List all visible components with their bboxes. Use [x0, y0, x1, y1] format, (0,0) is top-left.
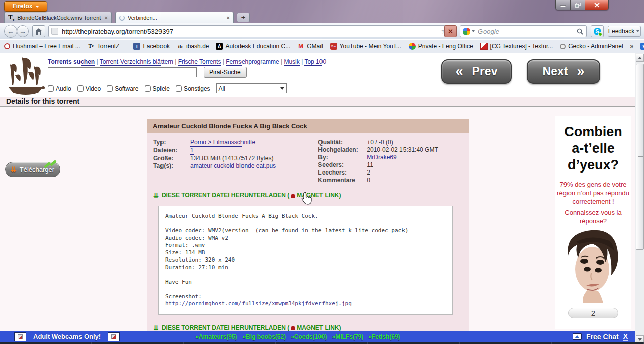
- free-chat-label[interactable]: Free Chat: [586, 333, 619, 341]
- pirat-suche-button[interactable]: Pirat-Suche: [204, 67, 247, 78]
- stop-button[interactable]: ✕: [444, 25, 457, 37]
- bookmark-hushmail[interactable]: Hushmail – Free Email ...: [4, 43, 80, 50]
- free-chat-widget[interactable]: Free Chat X: [573, 332, 635, 341]
- description-text: Amateur Cuckold Blonde Fucks A Big Black…: [165, 213, 408, 300]
- free-chat-close-button[interactable]: X: [623, 332, 628, 341]
- bookmark-label: Hushmail – Free Email ...: [13, 43, 80, 50]
- bookmark-gmail[interactable]: MGMail: [297, 43, 323, 50]
- chevron-down-icon[interactable]: [472, 30, 475, 32]
- forward-button[interactable]: →: [17, 25, 29, 37]
- detail-row-by: By:MrDrake69: [318, 154, 463, 161]
- web-search-box[interactable]: Google: [460, 25, 587, 37]
- label-video: Video: [86, 85, 101, 92]
- bottom-ad-bar[interactable]: Adult Webcams Only! »Amateurs(95) »Big b…: [0, 331, 635, 342]
- new-tab-button[interactable]: +: [237, 13, 250, 22]
- checkbox-video[interactable]: [77, 85, 84, 92]
- bookmark-torrentz[interactable]: TzTorrentZ: [88, 43, 120, 50]
- home-button[interactable]: [32, 25, 45, 37]
- chevron-right-icon: »: [577, 65, 584, 78]
- close-button[interactable]: [585, 0, 608, 10]
- bookmark-cgtextures[interactable]: [CG Textures] - Textur...: [480, 43, 553, 50]
- detail-row-groesse: Größe:134.83 MiB (141375172 Bytes): [153, 155, 318, 162]
- next-label: Next: [543, 65, 568, 78]
- bookmarks-overflow-button[interactable]: »: [630, 43, 634, 50]
- page-favicon-icon: [51, 28, 58, 35]
- tab-label: BlondeGirlBlackCock.wmv Torrent D...: [17, 15, 101, 21]
- feedback-button[interactable]: Feedback: [608, 26, 641, 37]
- checkbox-sonstiges[interactable]: [176, 85, 182, 92]
- bookmark-gecko[interactable]: Gecko - AdminPanel: [560, 43, 623, 50]
- uploader-link[interactable]: MrDrake69: [367, 154, 396, 161]
- download-torrent-link-top[interactable]: ⇊ DIESE TORRENT DATEI HERUNTERLADEN ( MA…: [153, 192, 463, 199]
- tab-active-verbinden[interactable]: Verbinden... ×: [115, 12, 234, 23]
- chevron-down-icon: [280, 87, 284, 90]
- nav-verzeichnis[interactable]: Torrent-Verzeichnis blättern: [100, 58, 173, 66]
- bookmark-ibash[interactable]: ibibash.de: [177, 43, 209, 50]
- link-milfs[interactable]: »MILFs(79): [332, 333, 364, 340]
- scrollbar-thumb[interactable]: [636, 64, 644, 250]
- bookmark-fengoffice[interactable]: Private - Feng Office: [409, 43, 473, 50]
- tab-close-icon[interactable]: ×: [227, 15, 230, 21]
- nav-torrents-suchen[interactable]: Torrents suchen: [48, 58, 95, 66]
- url-bar[interactable]: ☆: [48, 25, 456, 37]
- search-placeholder: Google: [478, 28, 575, 35]
- nav-separator: |: [96, 58, 98, 65]
- firefox-menu-button[interactable]: Firefox: [4, 1, 47, 12]
- back-button[interactable]: ←: [4, 25, 17, 38]
- screenshot-link[interactable]: http://pornimghost.com/fullsize/xmwpm34p…: [165, 300, 352, 307]
- torrent-details-body: Typ:Porno > Filmausschnitte Dateien:1 Gr…: [147, 133, 469, 340]
- download-link-text[interactable]: DIESE TORRENT DATEI HERUNTERLADEN (: [162, 192, 289, 199]
- checkbox-audio[interactable]: [48, 85, 54, 92]
- minimize-button[interactable]: [556, 0, 571, 10]
- skype-icon: S: [594, 28, 601, 35]
- detail-value: 2: [367, 169, 442, 177]
- skype-button[interactable]: S: [591, 25, 604, 37]
- loading-spinner-icon: [119, 15, 125, 21]
- telecharger-button[interactable]: ⇊ Télécharger: [5, 162, 60, 177]
- link-coeds[interactable]: »Coeds(100): [291, 333, 327, 340]
- tab-torrentz[interactable]: Tz BlondeGirlBlackCock.wmv Torrent D... …: [4, 12, 112, 23]
- bookmark-facebook[interactable]: fFacebook: [133, 43, 170, 50]
- detail-row-seeders: Seeders:11: [318, 161, 463, 169]
- category-link[interactable]: Porno > Filmausschnitte: [190, 139, 255, 147]
- facebook-icon: f: [133, 43, 140, 50]
- category-select[interactable]: All: [216, 83, 287, 93]
- link-bigboobs[interactable]: »Big boobs(52): [243, 333, 286, 340]
- sidebar-ad[interactable]: Combien a-t’elle d’yeux? 79% des gens de…: [555, 116, 631, 329]
- bookmark-autodesk[interactable]: AAutodesk Education C...: [216, 43, 290, 50]
- prev-button[interactable]: « Prev: [441, 59, 512, 84]
- firefox-menu-label: Firefox: [12, 3, 32, 10]
- ad-answer-button[interactable]: 2: [568, 308, 618, 318]
- torrent-search-input[interactable]: [48, 67, 197, 77]
- tags-link[interactable]: amateur cuckold blonde eat.pus: [190, 162, 276, 170]
- detail-row-qualitaet: Qualität:+0 / -0 (0): [318, 139, 463, 146]
- nav-top100[interactable]: Top 100: [304, 58, 326, 66]
- magnet-icon: [291, 194, 295, 198]
- nav-fernsehprogramme[interactable]: Fernsehprogramme: [226, 58, 279, 66]
- gecko-icon: [560, 44, 566, 49]
- detail-label: Dateien:: [153, 147, 190, 155]
- category-select-value: All: [219, 85, 225, 92]
- search-icon[interactable]: [577, 28, 583, 35]
- link-amateurs[interactable]: »Amateurs(95): [195, 333, 237, 340]
- url-input[interactable]: [62, 28, 441, 35]
- restore-button[interactable]: [571, 0, 585, 10]
- bookmark-label: Facebook: [143, 43, 170, 50]
- download-arrows-icon: ⇊: [153, 325, 159, 331]
- next-button[interactable]: Next »: [527, 59, 600, 84]
- tab-close-icon[interactable]: ×: [105, 15, 108, 21]
- checkbox-spiele[interactable]: [145, 85, 151, 92]
- nav-frische-torrents[interactable]: Frische Torrents: [178, 58, 221, 66]
- magnet-link-text[interactable]: MAGNET LINK): [297, 192, 341, 199]
- link-fetish[interactable]: »Fetish(69): [368, 333, 400, 340]
- checkbox-software[interactable]: [107, 85, 113, 92]
- bookmark-youtube[interactable]: YouYouTube - Mein YouT...: [330, 43, 401, 50]
- detail-value: 11: [367, 161, 442, 169]
- page-viewport: Torrents suchen | Torrent-Verzeichnis bl…: [0, 53, 635, 344]
- nav-musik[interactable]: Musik: [284, 58, 299, 66]
- filecount-link[interactable]: 1: [190, 147, 194, 155]
- vertical-scrollbar[interactable]: [635, 53, 644, 344]
- bookmarks-menu-lesezeichen[interactable]: ★Lesezeichen: [640, 43, 644, 50]
- bottom-bar-links: »Amateurs(95) »Big boobs(52) »Coeds(100)…: [195, 333, 400, 340]
- scroll-up-button[interactable]: [636, 54, 644, 62]
